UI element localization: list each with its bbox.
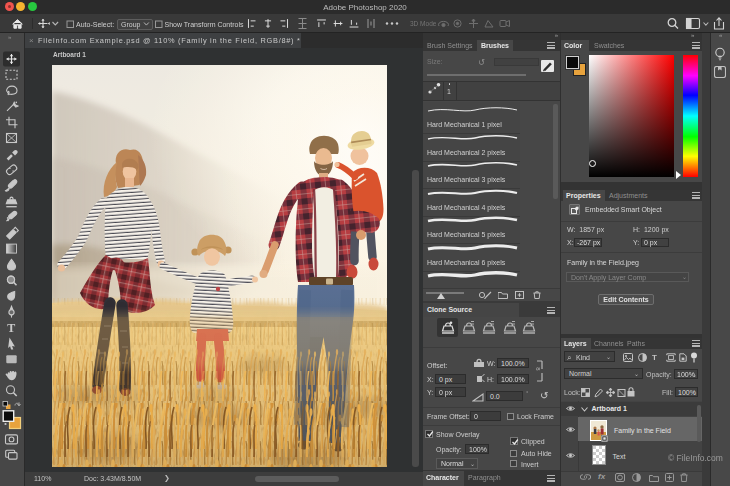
svg-text:Group: Group: [121, 21, 141, 29]
svg-text:3D Mode: 3D Mode: [410, 20, 437, 27]
svg-text:Show Transform Controls: Show Transform Controls: [165, 21, 244, 28]
svg-text:Auto-Select:: Auto-Select:: [76, 21, 114, 28]
